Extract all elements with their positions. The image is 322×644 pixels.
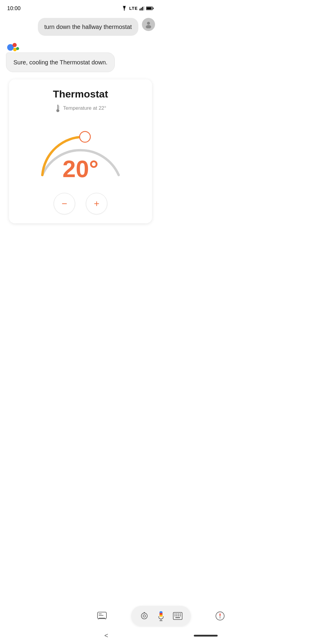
assistant-bubble: Sure, cooling the Thermostat down. <box>6 52 115 72</box>
thermostat-buttons: − + <box>54 193 107 214</box>
chat-area: turn down the hallway thermostat Sure, c… <box>0 14 161 227</box>
svg-point-9 <box>146 25 151 28</box>
thermostat-dial: 20° <box>27 118 134 184</box>
status-icons: LTE <box>121 6 154 11</box>
increment-button[interactable]: + <box>86 193 107 214</box>
svg-point-11 <box>56 109 59 112</box>
svg-point-8 <box>147 22 150 25</box>
avatar-icon <box>145 21 152 28</box>
svg-rect-1 <box>140 9 140 10</box>
user-bubble: turn down the hallway thermostat <box>38 18 139 36</box>
svg-rect-4 <box>144 6 145 10</box>
user-message-row: turn down the hallway thermostat <box>6 18 155 36</box>
battery-icon <box>146 6 154 10</box>
decrement-button[interactable]: − <box>54 193 75 214</box>
google-dots <box>6 43 19 51</box>
signal-icon <box>140 6 144 10</box>
lte-label: LTE <box>129 6 138 11</box>
wifi-icon <box>121 6 128 11</box>
status-time: 10:00 <box>7 5 21 12</box>
svg-point-0 <box>124 10 125 11</box>
svg-rect-3 <box>142 7 143 10</box>
arc-handle <box>80 131 90 142</box>
thermostat-card: Thermostat Temperature at 22° <box>9 79 152 223</box>
dot-green <box>16 47 19 50</box>
user-avatar <box>142 18 155 31</box>
svg-rect-12 <box>58 105 58 109</box>
thermostat-title: Thermostat <box>53 88 108 100</box>
dial-value: 20° <box>63 157 99 181</box>
svg-rect-2 <box>141 8 142 10</box>
thermometer-icon <box>55 104 61 112</box>
dot-red <box>13 43 17 47</box>
status-bar: 10:00 LTE <box>0 0 161 14</box>
temp-label-text: Temperature at 22° <box>63 105 106 111</box>
svg-rect-7 <box>153 8 154 9</box>
svg-rect-6 <box>147 7 152 10</box>
assistant-message-row: Sure, cooling the Thermostat down. <box>6 43 155 72</box>
thermostat-temp-label: Temperature at 22° <box>55 104 106 112</box>
